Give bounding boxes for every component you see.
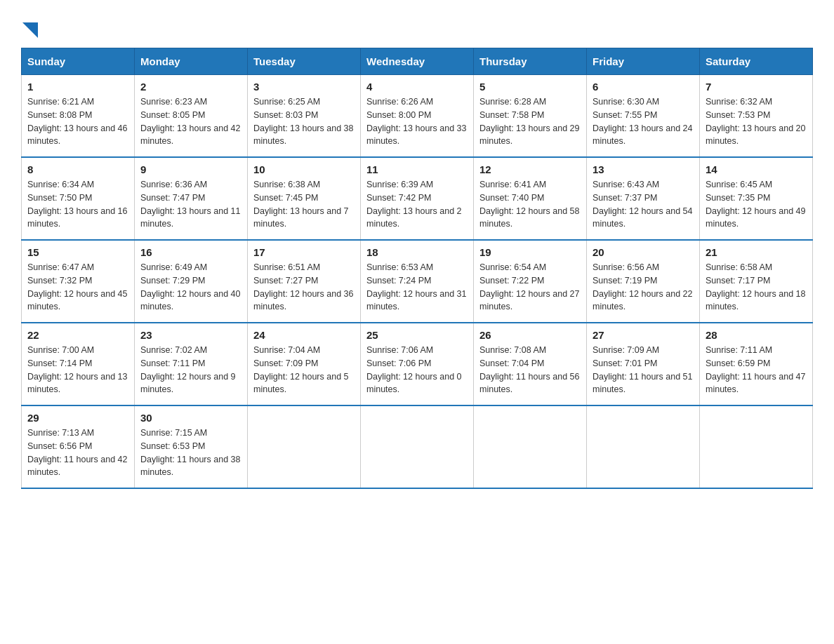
day-info: Sunrise: 6:51 AMSunset: 7:27 PMDaylight:… [253, 261, 355, 314]
day-info: Sunrise: 6:34 AMSunset: 7:50 PMDaylight:… [27, 178, 128, 231]
calendar-cell: 4Sunrise: 6:26 AMSunset: 8:00 PMDaylight… [361, 75, 474, 158]
day-info: Sunrise: 7:15 AMSunset: 6:53 PMDaylight:… [140, 427, 241, 479]
calendar-cell: 15Sunrise: 6:47 AMSunset: 7:32 PMDayligh… [22, 240, 135, 323]
calendar-cell: 27Sunrise: 7:09 AMSunset: 7:01 PMDayligh… [587, 323, 700, 405]
calendar-table: SundayMondayTuesdayWednesdayThursdayFrid… [21, 48, 813, 489]
day-info: Sunrise: 6:30 AMSunset: 7:55 PMDaylight:… [593, 95, 694, 148]
day-info: Sunrise: 6:53 AMSunset: 7:24 PMDaylight:… [366, 261, 468, 314]
calendar-cell: 11Sunrise: 6:39 AMSunset: 7:42 PMDayligh… [361, 157, 474, 240]
day-number: 26 [479, 329, 581, 341]
page-header [21, 14, 813, 41]
day-number: 15 [27, 246, 128, 258]
calendar-week-row: 8Sunrise: 6:34 AMSunset: 7:50 PMDaylight… [22, 157, 813, 240]
day-number: 28 [706, 329, 807, 341]
day-info: Sunrise: 6:58 AMSunset: 7:17 PMDaylight:… [706, 261, 807, 314]
day-number: 21 [706, 246, 807, 258]
day-number: 18 [366, 246, 468, 258]
day-info: Sunrise: 7:02 AMSunset: 7:11 PMDaylight:… [140, 344, 241, 396]
calendar-cell: 7Sunrise: 6:32 AMSunset: 7:53 PMDaylight… [700, 75, 813, 158]
day-number: 17 [253, 246, 355, 258]
day-number: 22 [27, 329, 128, 341]
calendar-cell [361, 405, 474, 488]
calendar-header: SundayMondayTuesdayWednesdayThursdayFrid… [22, 48, 813, 75]
day-number: 9 [140, 163, 241, 175]
day-number: 25 [366, 329, 468, 341]
calendar-cell: 2Sunrise: 6:23 AMSunset: 8:05 PMDaylight… [135, 75, 248, 158]
day-info: Sunrise: 7:00 AMSunset: 7:14 PMDaylight:… [27, 344, 128, 396]
day-info: Sunrise: 6:49 AMSunset: 7:29 PMDaylight:… [140, 261, 241, 314]
calendar-cell: 10Sunrise: 6:38 AMSunset: 7:45 PMDayligh… [248, 157, 361, 240]
calendar-cell: 1Sunrise: 6:21 AMSunset: 8:08 PMDaylight… [22, 75, 135, 158]
day-number: 10 [253, 163, 355, 175]
calendar-cell: 18Sunrise: 6:53 AMSunset: 7:24 PMDayligh… [361, 240, 474, 323]
day-number: 5 [479, 81, 581, 93]
day-info: Sunrise: 7:11 AMSunset: 6:59 PMDaylight:… [706, 344, 807, 396]
calendar-cell: 6Sunrise: 6:30 AMSunset: 7:55 PMDaylight… [587, 75, 700, 158]
day-info: Sunrise: 6:56 AMSunset: 7:19 PMDaylight:… [593, 261, 694, 314]
calendar-cell: 22Sunrise: 7:00 AMSunset: 7:14 PMDayligh… [22, 323, 135, 405]
calendar-cell: 28Sunrise: 7:11 AMSunset: 6:59 PMDayligh… [700, 323, 813, 405]
calendar-cell [700, 405, 813, 488]
day-info: Sunrise: 6:21 AMSunset: 8:08 PMDaylight:… [27, 95, 128, 148]
calendar-week-row: 15Sunrise: 6:47 AMSunset: 7:32 PMDayligh… [22, 240, 813, 323]
day-info: Sunrise: 6:32 AMSunset: 7:53 PMDaylight:… [706, 95, 807, 148]
calendar-cell: 29Sunrise: 7:13 AMSunset: 6:56 PMDayligh… [22, 405, 135, 488]
day-number: 16 [140, 246, 241, 258]
day-number: 24 [253, 329, 355, 341]
weekday-header-tuesday: Tuesday [248, 48, 361, 75]
day-number: 13 [593, 163, 694, 175]
calendar-cell: 5Sunrise: 6:28 AMSunset: 7:58 PMDaylight… [474, 75, 587, 158]
weekday-header-sunday: Sunday [22, 48, 135, 75]
day-number: 29 [27, 412, 128, 424]
day-info: Sunrise: 7:08 AMSunset: 7:04 PMDaylight:… [479, 344, 581, 396]
day-number: 20 [593, 246, 694, 258]
calendar-body: 1Sunrise: 6:21 AMSunset: 8:08 PMDaylight… [22, 75, 813, 489]
weekday-header-thursday: Thursday [474, 48, 587, 75]
day-number: 11 [366, 163, 468, 175]
calendar-cell: 26Sunrise: 7:08 AMSunset: 7:04 PMDayligh… [474, 323, 587, 405]
calendar-cell: 13Sunrise: 6:43 AMSunset: 7:37 PMDayligh… [587, 157, 700, 240]
day-info: Sunrise: 6:36 AMSunset: 7:47 PMDaylight:… [140, 178, 241, 231]
day-number: 3 [253, 81, 355, 93]
calendar-week-row: 1Sunrise: 6:21 AMSunset: 8:08 PMDaylight… [22, 75, 813, 158]
day-info: Sunrise: 7:04 AMSunset: 7:09 PMDaylight:… [253, 344, 355, 396]
calendar-week-row: 22Sunrise: 7:00 AMSunset: 7:14 PMDayligh… [22, 323, 813, 405]
day-number: 19 [479, 246, 581, 258]
calendar-cell [474, 405, 587, 488]
day-number: 12 [479, 163, 581, 175]
day-info: Sunrise: 6:23 AMSunset: 8:05 PMDaylight:… [140, 95, 241, 148]
day-info: Sunrise: 6:25 AMSunset: 8:03 PMDaylight:… [253, 95, 355, 148]
day-info: Sunrise: 7:06 AMSunset: 7:06 PMDaylight:… [366, 344, 468, 396]
calendar-cell: 12Sunrise: 6:41 AMSunset: 7:40 PMDayligh… [474, 157, 587, 240]
day-number: 27 [593, 329, 694, 341]
svg-marker-0 [22, 22, 38, 38]
weekday-header-saturday: Saturday [700, 48, 813, 75]
day-info: Sunrise: 6:41 AMSunset: 7:40 PMDaylight:… [479, 178, 581, 231]
day-number: 7 [706, 81, 807, 93]
calendar-cell: 30Sunrise: 7:15 AMSunset: 6:53 PMDayligh… [135, 405, 248, 488]
day-info: Sunrise: 6:47 AMSunset: 7:32 PMDaylight:… [27, 261, 128, 314]
calendar-cell: 23Sunrise: 7:02 AMSunset: 7:11 PMDayligh… [135, 323, 248, 405]
day-info: Sunrise: 7:09 AMSunset: 7:01 PMDaylight:… [593, 344, 694, 396]
weekday-header-wednesday: Wednesday [361, 48, 474, 75]
day-number: 4 [366, 81, 468, 93]
calendar-cell [248, 405, 361, 488]
day-info: Sunrise: 6:43 AMSunset: 7:37 PMDaylight:… [593, 178, 694, 231]
day-info: Sunrise: 6:45 AMSunset: 7:35 PMDaylight:… [706, 178, 807, 231]
day-info: Sunrise: 6:54 AMSunset: 7:22 PMDaylight:… [479, 261, 581, 314]
calendar-cell: 19Sunrise: 6:54 AMSunset: 7:22 PMDayligh… [474, 240, 587, 323]
calendar-cell [587, 405, 700, 488]
day-number: 6 [593, 81, 694, 93]
logo-triangle-icon [22, 22, 38, 38]
day-number: 14 [706, 163, 807, 175]
calendar-cell: 14Sunrise: 6:45 AMSunset: 7:35 PMDayligh… [700, 157, 813, 240]
calendar-week-row: 29Sunrise: 7:13 AMSunset: 6:56 PMDayligh… [22, 405, 813, 488]
day-number: 1 [27, 81, 128, 93]
logo [21, 21, 38, 41]
day-number: 8 [27, 163, 128, 175]
day-info: Sunrise: 6:26 AMSunset: 8:00 PMDaylight:… [366, 95, 468, 148]
calendar-cell: 16Sunrise: 6:49 AMSunset: 7:29 PMDayligh… [135, 240, 248, 323]
calendar-cell: 9Sunrise: 6:36 AMSunset: 7:47 PMDaylight… [135, 157, 248, 240]
day-info: Sunrise: 6:39 AMSunset: 7:42 PMDaylight:… [366, 178, 468, 231]
day-info: Sunrise: 6:38 AMSunset: 7:45 PMDaylight:… [253, 178, 355, 231]
